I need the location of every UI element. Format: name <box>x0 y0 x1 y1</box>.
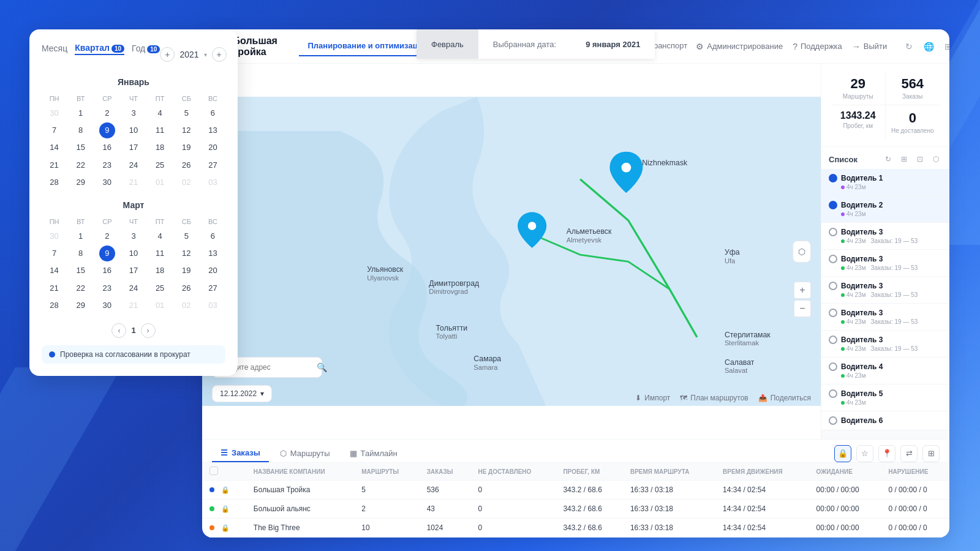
map-layer-btn[interactable]: ⬡ <box>793 241 811 263</box>
import-btn[interactable]: ⬇ Импорт <box>635 394 670 402</box>
period-year-btn[interactable]: Год10 <box>132 42 160 54</box>
cal-day[interactable]: 30 <box>42 105 67 121</box>
cal-day[interactable]: 27 <box>200 280 225 296</box>
prev-page-btn[interactable]: ‹ <box>111 323 126 338</box>
star-tab-btn[interactable]: ☆ <box>856 445 873 462</box>
cal-day[interactable]: 19 <box>174 140 199 156</box>
year-chevron[interactable]: ▾ <box>204 51 207 58</box>
cal-day-selected[interactable]: 9 <box>99 246 115 261</box>
cal-day[interactable]: 3 <box>121 105 146 121</box>
driver-item[interactable]: Водитель 6 <box>821 411 949 430</box>
cal-day[interactable]: 24 <box>121 280 146 296</box>
driver-checkbox[interactable] <box>829 335 837 344</box>
cal-day[interactable]: 3 <box>121 228 146 244</box>
cal-day[interactable]: 25 <box>148 280 173 296</box>
cal-day[interactable]: 15 <box>68 140 93 156</box>
route-plan-btn[interactable]: 🗺 План маршрутов <box>680 394 748 402</box>
cal-day[interactable]: 28 <box>42 174 67 190</box>
cal-day[interactable]: 21 <box>42 157 67 173</box>
driver-checkbox[interactable] <box>829 255 837 263</box>
cal-day[interactable]: 26 <box>174 280 199 296</box>
cal-day[interactable]: 7 <box>42 246 67 261</box>
cal-day[interactable]: 1 <box>68 105 93 121</box>
driver-checkbox[interactable] <box>829 282 837 290</box>
cal-day[interactable]: 03 <box>200 298 225 313</box>
cal-day[interactable]: 18 <box>148 263 173 279</box>
row-checkbox-cell[interactable]: 🔒 <box>202 481 246 500</box>
admin-btn[interactable]: ⚙ Администрирование <box>696 42 783 51</box>
refresh-icon[interactable]: ↻ <box>902 39 916 54</box>
cal-day[interactable]: 30 <box>42 228 67 244</box>
globe-icon[interactable]: 🌐 <box>921 39 936 54</box>
share-btn[interactable]: 📤 Поделиться <box>758 394 811 402</box>
list-refresh-icon[interactable]: ↻ <box>882 153 894 165</box>
cal-day[interactable]: 18 <box>148 140 173 156</box>
cal-day[interactable]: 30 <box>94 298 119 313</box>
cal-day[interactable]: 17 <box>121 263 146 279</box>
cal-day[interactable]: 17 <box>121 140 146 156</box>
lock-tab-btn[interactable]: 🔒 <box>834 445 851 462</box>
list-filter-icon[interactable]: ⊞ <box>898 153 910 165</box>
driver-item[interactable]: Водитель 5 4ч 23м <box>821 384 949 411</box>
cal-day[interactable]: 23 <box>94 157 119 173</box>
cal-day-selected[interactable]: 9 <box>99 122 115 138</box>
year-prev-btn[interactable]: + <box>160 47 175 62</box>
logout-btn[interactable]: → Выйти <box>852 42 888 51</box>
row-checkbox-cell[interactable]: 🔒 <box>202 519 246 538</box>
cal-day[interactable]: 5 <box>174 105 199 121</box>
driver-checkbox[interactable] <box>829 174 837 182</box>
nav-tab-planning[interactable]: Планирование и оптимизация <box>299 36 435 56</box>
driver-item[interactable]: Водитель 3 4ч 23м Заказы: 19 — 53 <box>821 250 949 277</box>
cal-day[interactable]: 12 <box>174 122 199 138</box>
cal-day[interactable]: 02 <box>174 298 199 313</box>
cal-day[interactable]: 01 <box>148 298 173 313</box>
cal-day[interactable]: 14 <box>42 263 67 279</box>
cal-day[interactable]: 30 <box>94 174 119 190</box>
cal-day[interactable]: 29 <box>68 298 93 313</box>
driver-item[interactable]: Водитель 3 4ч 23м Заказы: 19 — 53 <box>821 277 949 304</box>
cal-day[interactable]: 16 <box>94 140 119 156</box>
cal-day[interactable]: 27 <box>200 157 225 173</box>
cal-day[interactable]: 6 <box>200 105 225 121</box>
period-quarter-btn[interactable]: Квартал10 <box>75 42 124 55</box>
grid-icon[interactable]: ⊞ <box>941 39 949 54</box>
driver-checkbox[interactable] <box>829 416 837 425</box>
row-checkbox-cell[interactable]: 🔒 <box>202 500 246 519</box>
cal-day[interactable]: 7 <box>42 122 67 138</box>
cal-day[interactable]: 2 <box>94 228 119 244</box>
table-row[interactable]: 🔒 Большая Тройка 5 536 0 343.2 / 68.6 16… <box>202 481 949 500</box>
year-next-btn[interactable]: + <box>212 47 227 62</box>
cal-day[interactable]: 1 <box>68 228 93 244</box>
cal-day[interactable]: 14 <box>42 140 67 156</box>
driver-item[interactable]: Водитель 2 4ч 23м <box>821 196 949 223</box>
cal-day[interactable]: 22 <box>68 280 93 296</box>
driver-checkbox[interactable] <box>829 201 837 209</box>
support-btn[interactable]: ? Поддержка <box>793 42 842 51</box>
cal-day[interactable]: 01 <box>148 174 173 190</box>
driver-item[interactable]: Водитель 1 4ч 23м <box>821 169 949 196</box>
cal-day[interactable]: 13 <box>200 122 225 138</box>
driver-checkbox[interactable] <box>829 309 837 317</box>
zoom-out-btn[interactable]: − <box>794 300 811 317</box>
cal-day[interactable]: 29 <box>68 174 93 190</box>
cal-day[interactable]: 6 <box>200 228 225 244</box>
cal-day[interactable]: 5 <box>174 228 199 244</box>
exchange-tab-btn[interactable]: ⇄ <box>900 445 918 462</box>
period-month-btn[interactable]: Месяц <box>42 42 67 54</box>
date-selector[interactable]: 12.12.2022 ▾ <box>212 385 272 402</box>
cal-day[interactable]: 02 <box>174 174 199 190</box>
location-tab-btn[interactable]: 📍 <box>878 445 895 462</box>
tab-routes[interactable]: ⬡ Маршруты <box>271 445 339 462</box>
cal-day[interactable]: 11 <box>148 246 173 261</box>
list-expand-icon[interactable]: ⊡ <box>914 153 926 165</box>
cal-day[interactable]: 25 <box>148 157 173 173</box>
cal-day[interactable]: 8 <box>68 246 93 261</box>
cal-day[interactable]: 4 <box>148 228 173 244</box>
cal-day[interactable]: 19 <box>174 263 199 279</box>
cal-day[interactable]: 16 <box>94 263 119 279</box>
february-tab[interactable]: Февраль <box>417 29 478 59</box>
select-all-checkbox[interactable] <box>209 467 218 475</box>
cal-day[interactable]: 11 <box>148 122 173 138</box>
cal-day[interactable]: 2 <box>94 105 119 121</box>
cal-day[interactable]: 10 <box>121 122 146 138</box>
